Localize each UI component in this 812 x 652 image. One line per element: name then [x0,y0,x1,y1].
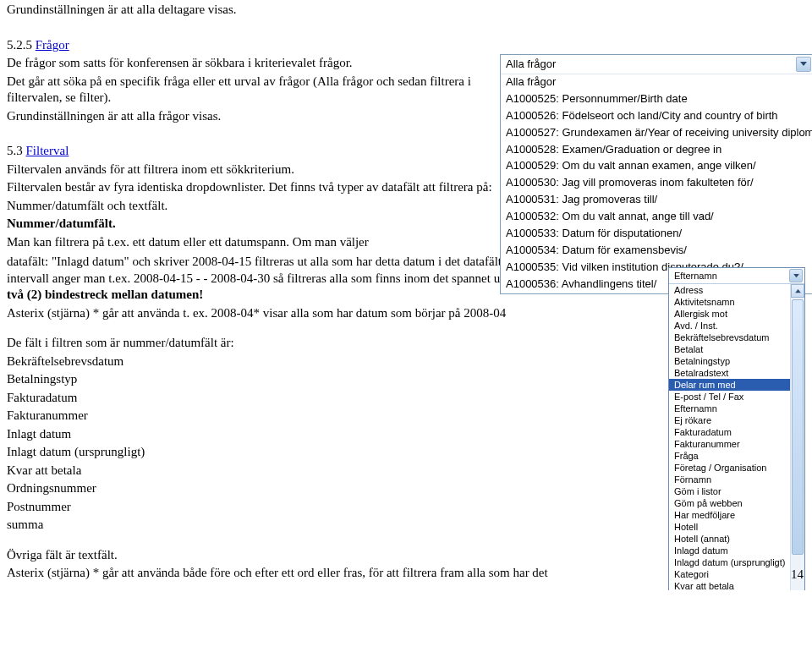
sec-53-heading: 5.3 Filterval [7,143,497,160]
chevron-down-icon[interactable] [796,57,811,72]
list-item: Betalningstyp [7,371,667,388]
sec53-p4: Man kan filtrera på t.ex. ett datum elle… [7,234,497,251]
list-item: Ordningsnummer [7,480,667,497]
listbox-option[interactable]: Avd. / Inst. [669,320,791,331]
heading-number: 5.2.5 [7,38,36,52]
sec53-numdat-label: Nummer/datumfält. [7,216,497,233]
list-item: Postnummer [7,499,667,516]
listbox-option[interactable]: Adress [669,284,791,296]
listbox-option[interactable]: Göm på webben [669,497,791,509]
dropdown-option[interactable]: A1000527: Grundexamen är/Year of receivi… [501,125,812,142]
list-item: Fakturadatum [7,390,667,407]
listbox-option[interactable]: Betalradstext [669,367,791,379]
fragor-dropdown-value: Alla frågor [506,58,556,72]
sec525-p3: Grundinställningen är att alla frågor vi… [7,108,497,125]
listbox-option[interactable]: Hotell [669,521,791,533]
fragor-dropdown[interactable]: Alla frågor Alla frågorA1000525: Personn… [500,54,812,294]
listbox-option[interactable]: Fakturanummer [669,438,791,450]
listbox-option[interactable]: Betalningstyp [669,355,791,367]
filter-field-value: Efternamn [674,270,717,282]
scroll-up-icon[interactable] [791,284,804,298]
listbox-option[interactable]: Hotell (annat) [669,533,791,545]
dropdown-option[interactable]: A1000532: Om du valt annat, ange till va… [501,209,812,226]
dropdown-option[interactable]: A1000530: Jag vill promoveras inom fakul… [501,175,812,192]
listbox-option[interactable]: Kvar att betala [669,580,791,590]
sec525-p2: Det går att söka på en specifik fråga el… [7,74,497,107]
listbox-option[interactable]: Förnamn [669,474,791,485]
scrollbar[interactable] [790,284,804,590]
list-item: Inlagt datum [7,426,667,443]
sec53-p3: Nummer/datumfält och textfält. [7,198,497,215]
dropdown-option[interactable]: Alla frågor [501,74,812,91]
listbox-option[interactable]: Bekräftelsebrevsdatum [669,331,791,343]
filter-field-dropdown[interactable]: Efternamn AdressAktivitetsnamnAllergisk … [668,267,805,590]
listbox-option[interactable]: Kategori [669,568,791,580]
sec-525-heading: 5.2.5 Frågor [7,37,497,54]
list-item: Bekräftelsebrevsdatum [7,353,667,370]
heading-number-53: 5.3 [7,144,26,157]
page-number: 14 [791,567,804,584]
other-text: Övriga fält är textfält. [7,547,667,564]
sec53-p6: Asterix (stjärna) * går att använda t. e… [7,305,667,322]
scroll-thumb[interactable] [792,299,804,555]
list-item: Kvar att betala [7,463,667,479]
list-item: summa [7,517,667,534]
sec53-p2: Filtervalen består av fyra identiska dro… [7,179,497,196]
heading-link-fragor[interactable]: Frågor [36,38,69,52]
listbox-option[interactable]: Ej rökare [669,414,791,426]
intro-line: Grundinställningen är att alla deltagare… [7,2,497,19]
listbox-option[interactable]: Fråga [669,450,791,462]
dropdown-option[interactable]: A1000533: Datum för disputationen/ [501,226,812,243]
list-item: Fakturanummer [7,408,667,425]
listbox-option[interactable]: Aktivitetsnamn [669,296,791,308]
listbox-option[interactable]: E-post / Tel / Fax [669,391,791,403]
listbox-option[interactable]: Inlagd datum (ursprungligt) [669,556,791,568]
asterix-text: Asterix (stjärna) * går att använda både… [7,565,667,582]
dropdown-option[interactable]: A1000525: Personnummer/Birth date [501,91,812,108]
listbox-option[interactable]: Inlagd datum [669,545,791,556]
dropdown-option[interactable]: A1000534: Datum för examensbevis/ [501,243,812,260]
chevron-down-icon[interactable] [789,269,803,282]
sec525-p1: De frågor som satts för konferensen är s… [7,55,497,72]
dropdown-option[interactable]: A1000528: Examen/Graduation or degree in [501,142,812,159]
listbox-option[interactable]: Efternamn [669,403,791,414]
listbox-option[interactable]: Har medföljare [669,509,791,521]
listbox-option[interactable]: Företag / Organisation [669,462,791,474]
list-intro: De fält i filtren som är nummer/datumfäl… [7,335,667,352]
listbox-option[interactable]: Göm i listor [669,485,791,497]
dropdown-option[interactable]: A1000531: Jag promoveras till/ [501,192,812,209]
listbox-option[interactable]: Allergisk mot [669,308,791,320]
listbox-option[interactable]: Fakturadatum [669,426,791,438]
listbox-option[interactable]: Delar rum med [669,379,791,391]
list-item: Inlagt datum (ursprungligt) [7,444,667,461]
sec53-p1: Filtervalen används för att filtrera ino… [7,162,497,178]
dropdown-option[interactable]: A1000529: Om du valt annan examen, ange … [501,158,812,175]
dropdown-option[interactable]: A1000526: Födelseort och land/City and c… [501,108,812,125]
listbox-option[interactable]: Betalat [669,343,791,355]
heading-link-filterval[interactable]: Filterval [26,144,69,157]
